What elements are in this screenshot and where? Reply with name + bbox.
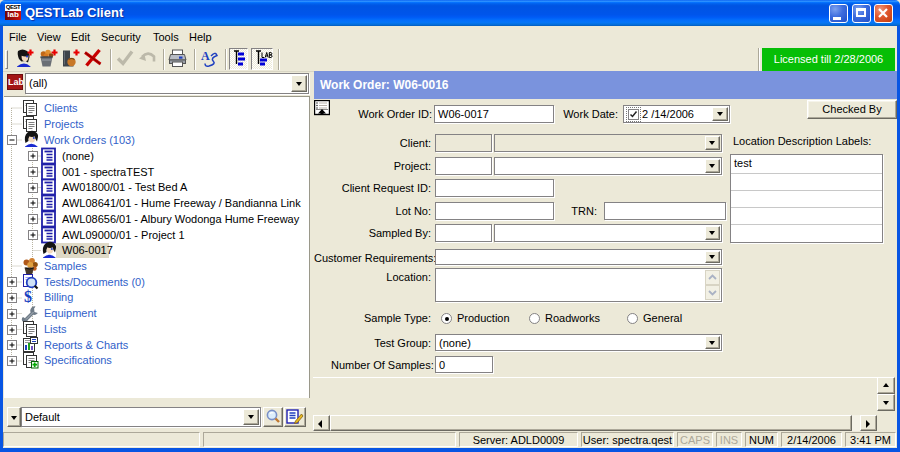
svg-text:A: A — [201, 49, 210, 63]
